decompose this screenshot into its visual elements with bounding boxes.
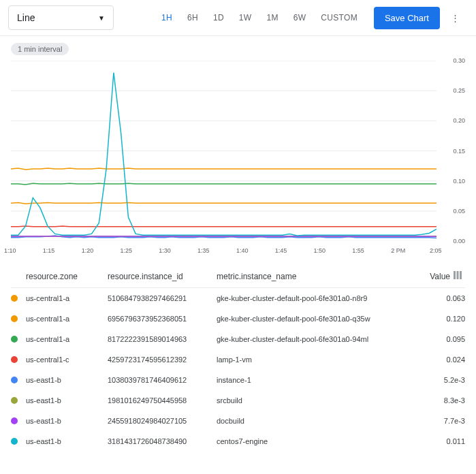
x-axis-labels: 1:101:151:201:251:301:351:401:451:501:55…: [11, 247, 437, 258]
y-tick-label: 0.25: [453, 87, 465, 94]
cell-zone: us-central1-c: [26, 356, 108, 364]
cell-instance-id: 3181431726048738490: [108, 437, 217, 445]
cell-value: 0.095: [424, 335, 465, 343]
time-range-selector: 1H6H1D1W1M6WCUSTOM: [155, 7, 364, 28]
series-color-dot: [11, 377, 18, 383]
svg-rect-7: [454, 271, 456, 279]
header-value[interactable]: Value: [419, 272, 450, 281]
cell-zone: us-central1-a: [26, 315, 108, 323]
cell-instance-name: gke-kuber-cluster-default-pool-6fe301a0-…: [217, 335, 424, 343]
time-range-6w[interactable]: 6W: [287, 7, 313, 28]
cell-instance-name: srcbuild: [217, 396, 424, 405]
cell-instance-name: docbuild: [217, 417, 424, 425]
cell-zone: us-east1-b: [26, 396, 108, 405]
y-tick-label: 0.10: [453, 178, 465, 185]
x-tick-label: 1:35: [197, 247, 210, 254]
toolbar: Line ▼ 1H6H1D1W1M6WCUSTOM Save Chart ⋮: [0, 0, 476, 36]
table-row[interactable]: us-central1-c4259723174595612392lamp-1-v…: [11, 349, 465, 370]
save-chart-button[interactable]: Save Chart: [374, 7, 440, 29]
cell-instance-id: 8172222391589014963: [108, 335, 217, 343]
time-range-1w[interactable]: 1W: [232, 7, 259, 28]
line-chart-svg: [11, 61, 437, 241]
cell-instance-id: 4259723174595612392: [108, 356, 217, 364]
chart-area: 1 min interval 0.000.050.100.150.200.250…: [0, 36, 476, 264]
cell-zone: us-central1-a: [26, 294, 108, 302]
interval-badge: 1 min interval: [11, 43, 69, 55]
chevron-down-icon: ▼: [98, 14, 105, 22]
cell-value: 8.3e-3: [424, 396, 465, 405]
x-tick-label: 1:20: [82, 247, 94, 254]
x-tick-label: 2 PM: [391, 247, 405, 254]
cell-instance-name: centos7-engine: [217, 437, 424, 445]
series-color-dot: [11, 356, 18, 363]
x-tick-label: 1:55: [352, 247, 364, 254]
cell-zone: us-east1-b: [26, 376, 108, 384]
chart-type-label: Line: [17, 12, 35, 23]
time-range-custom[interactable]: CUSTOM: [314, 7, 364, 28]
cell-instance-id: 1038039781746409612: [108, 376, 217, 384]
header-instance-name[interactable]: metric.instance_name: [217, 272, 419, 281]
series-color-dot: [11, 336, 18, 343]
cell-instance-name: gke-kuber-cluster-default-pool-6fe301a0-…: [217, 294, 424, 302]
y-tick-label: 0.05: [453, 208, 465, 215]
series-color-dot: [11, 438, 18, 445]
header-zone[interactable]: resource.zone: [26, 272, 108, 281]
cell-zone: us-east1-b: [26, 437, 108, 445]
y-tick-label: 0.20: [453, 117, 465, 124]
table-row[interactable]: us-central1-a8172222391589014963gke-kube…: [11, 329, 465, 349]
time-range-6h[interactable]: 6H: [180, 7, 205, 28]
cell-zone: us-central1-a: [26, 335, 108, 343]
cell-instance-id: 5106847938297466291: [108, 294, 217, 302]
cell-zone: us-east1-b: [26, 417, 108, 425]
cell-value: 0.063: [424, 294, 465, 302]
header-instance-id[interactable]: resource.instance_id: [108, 272, 217, 281]
chart-container[interactable]: 0.000.050.100.150.200.250.30 1:101:151:2…: [11, 61, 465, 258]
x-tick-label: 1:25: [120, 247, 132, 254]
column-chooser-icon[interactable]: [453, 270, 465, 282]
cell-value: 0.011: [424, 437, 465, 445]
series-color-dot: [11, 315, 18, 322]
cell-instance-id: 6956796373952368051: [108, 315, 217, 323]
legend-header-row: resource.zone resource.instance_id metri…: [11, 264, 465, 288]
x-tick-label: 1:15: [43, 247, 55, 254]
x-tick-label: 1:30: [159, 247, 171, 254]
table-row[interactable]: us-east1-b1038039781746409612instance-15…: [11, 370, 465, 390]
svg-rect-9: [460, 271, 462, 279]
cell-value: 7.7e-3: [424, 417, 465, 425]
x-tick-label: 1:50: [314, 247, 326, 254]
table-row[interactable]: us-central1-a6956796373952368051gke-kube…: [11, 309, 465, 329]
time-range-1m[interactable]: 1M: [259, 7, 285, 28]
cell-instance-id: 1981016249750445958: [108, 396, 217, 405]
y-tick-label: 0.30: [453, 57, 465, 64]
series-color-dot: [11, 417, 18, 424]
y-tick-label: 0.00: [453, 238, 465, 244]
svg-rect-8: [457, 271, 459, 279]
table-row[interactable]: us-east1-b1981016249750445958srcbuild8.3…: [11, 390, 465, 411]
chart-type-dropdown[interactable]: Line ▼: [8, 5, 114, 30]
x-tick-label: 1:10: [4, 247, 16, 254]
legend-body: us-central1-a5106847938297466291gke-kube…: [11, 288, 465, 452]
cell-instance-name: gke-kuber-cluster-default-pool-6fe301a0-…: [217, 315, 424, 323]
cell-value: 0.120: [424, 315, 465, 323]
y-tick-label: 0.15: [453, 148, 465, 155]
table-row[interactable]: us-central1-a5106847938297466291gke-kube…: [11, 288, 465, 309]
table-row[interactable]: us-east1-b3181431726048738490centos7-eng…: [11, 431, 465, 452]
series-color-dot: [11, 295, 18, 302]
time-range-1h[interactable]: 1H: [155, 7, 179, 28]
y-axis-labels: 0.000.050.100.150.200.250.30: [442, 61, 465, 241]
cell-instance-name: instance-1: [217, 376, 424, 384]
table-row[interactable]: us-east1-b2455918024984027105docbuild7.7…: [11, 411, 465, 431]
x-tick-label: 1:45: [275, 247, 287, 254]
cell-value: 5.2e-3: [424, 376, 465, 384]
series-color-dot: [11, 397, 18, 404]
legend-table: resource.zone resource.instance_id metri…: [0, 264, 476, 460]
cell-value: 0.024: [424, 356, 465, 364]
time-range-1d[interactable]: 1D: [206, 7, 231, 28]
cell-instance-name: lamp-1-vm: [217, 356, 424, 364]
x-tick-label: 2:05: [430, 247, 442, 254]
x-tick-label: 1:40: [236, 247, 249, 254]
cell-instance-id: 2455918024984027105: [108, 417, 217, 425]
more-options-icon[interactable]: ⋮: [443, 7, 468, 29]
